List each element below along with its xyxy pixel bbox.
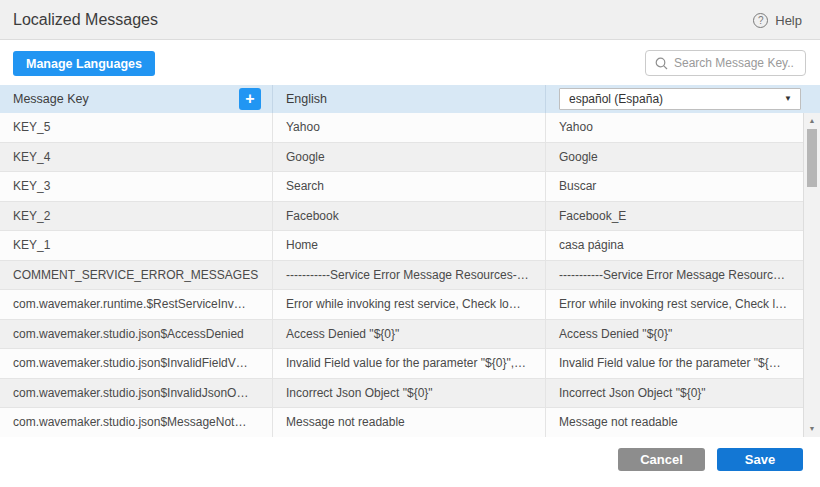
table-row: com.wavemaker.studio.json$MessageNot… Me…: [0, 408, 803, 437]
english-cell[interactable]: Search: [272, 172, 545, 202]
language-select[interactable]: español (España) ▼: [559, 88, 801, 110]
table-row: KEY_1 Home casa página: [0, 231, 803, 261]
message-key-cell: com.wavemaker.studio.json$InvalidJsonO…: [0, 379, 272, 409]
translation-cell[interactable]: Buscar: [545, 172, 803, 202]
column-header-english: English: [272, 85, 545, 113]
localized-messages-dialog: Localized Messages ? Help Manage Languag…: [0, 0, 820, 487]
toolbar: Manage Languages: [0, 41, 820, 85]
translation-cell[interactable]: Message not readable: [545, 408, 803, 437]
search-input[interactable]: [674, 56, 794, 70]
translation-cell[interactable]: Incorrect Json Object "${0}": [545, 379, 803, 409]
save-button[interactable]: Save: [717, 448, 803, 471]
english-cell[interactable]: Home: [272, 231, 545, 261]
message-key-cell: com.wavemaker.studio.json$AccessDenied: [0, 320, 272, 350]
translation-cell[interactable]: Facebook_E: [545, 202, 803, 232]
scroll-down-icon[interactable]: ▼: [804, 421, 820, 437]
translation-cell[interactable]: Access Denied "${0}": [545, 320, 803, 350]
translation-cell[interactable]: Google: [545, 143, 803, 173]
table-row: KEY_5 Yahoo Yahoo: [0, 113, 803, 143]
table-row: com.wavemaker.studio.json$InvalidJsonO… …: [0, 379, 803, 409]
dialog-footer: Cancel Save: [0, 437, 820, 487]
table-row: com.wavemaker.runtime.$RestServiceInv… E…: [0, 290, 803, 320]
english-cell[interactable]: Error while invoking rest service, Check…: [272, 290, 545, 320]
message-key-cell: com.wavemaker.studio.json$MessageNot…: [0, 408, 272, 437]
message-key-cell: KEY_5: [0, 113, 272, 143]
question-circle-icon: ?: [753, 13, 768, 28]
vertical-scrollbar[interactable]: ▲ ▼: [803, 113, 820, 437]
translation-cell[interactable]: Error while invoking rest service, Check…: [545, 290, 803, 320]
translation-cell[interactable]: -----------Service Error Message Resourc…: [545, 261, 803, 291]
message-key-label: Message Key: [13, 92, 89, 106]
cancel-button[interactable]: Cancel: [618, 448, 705, 471]
message-key-cell: KEY_2: [0, 202, 272, 232]
message-key-cell: COMMENT_SERVICE_ERROR_MESSAGES: [0, 261, 272, 291]
column-header-message-key: Message Key +: [0, 85, 272, 113]
help-button[interactable]: ? Help: [753, 0, 802, 40]
table-row: KEY_2 Facebook Facebook_E: [0, 202, 803, 232]
english-cell[interactable]: Incorrect Json Object "${0}": [272, 379, 545, 409]
column-header-language: español (España) ▼: [545, 85, 820, 113]
title-bar: Localized Messages ? Help: [0, 0, 820, 40]
language-select-value: español (España): [569, 85, 784, 113]
table-row: COMMENT_SERVICE_ERROR_MESSAGES ---------…: [0, 261, 803, 291]
english-cell[interactable]: -----------Service Error Message Resourc…: [272, 261, 545, 291]
messages-table-body: KEY_5 Yahoo Yahoo KEY_4 Google Google KE…: [0, 113, 803, 437]
english-cell[interactable]: Yahoo: [272, 113, 545, 143]
message-key-cell: com.wavemaker.runtime.$RestServiceInv…: [0, 290, 272, 320]
message-key-cell: KEY_4: [0, 143, 272, 173]
translation-cell[interactable]: Invalid Field value for the parameter "$…: [545, 349, 803, 379]
search-icon: [655, 57, 668, 70]
english-label: English: [286, 92, 327, 106]
scrollbar-thumb[interactable]: [807, 129, 817, 187]
english-cell[interactable]: Invalid Field value for the parameter "$…: [272, 349, 545, 379]
translation-cell[interactable]: casa página: [545, 231, 803, 261]
chevron-down-icon: ▼: [784, 85, 792, 113]
table-row: KEY_4 Google Google: [0, 143, 803, 173]
english-cell[interactable]: Google: [272, 143, 545, 173]
english-cell[interactable]: Access Denied "${0}": [272, 320, 545, 350]
table-row: KEY_3 Search Buscar: [0, 172, 803, 202]
translation-cell[interactable]: Yahoo: [545, 113, 803, 143]
message-key-cell: KEY_3: [0, 172, 272, 202]
add-message-key-button[interactable]: +: [239, 88, 261, 110]
search-box: [645, 50, 806, 76]
page-title: Localized Messages: [13, 0, 158, 40]
message-key-cell: KEY_1: [0, 231, 272, 261]
english-cell[interactable]: Message not readable: [272, 408, 545, 437]
table-header: Message Key + English español (España) ▼: [0, 85, 820, 113]
english-cell[interactable]: Facebook: [272, 202, 545, 232]
manage-languages-button[interactable]: Manage Languages: [13, 51, 155, 76]
table-row: com.wavemaker.studio.json$InvalidFieldV……: [0, 349, 803, 379]
table-row: com.wavemaker.studio.json$AccessDenied A…: [0, 320, 803, 350]
message-key-cell: com.wavemaker.studio.json$InvalidFieldV…: [0, 349, 272, 379]
scroll-up-icon[interactable]: ▲: [804, 113, 820, 129]
help-label: Help: [775, 13, 802, 28]
